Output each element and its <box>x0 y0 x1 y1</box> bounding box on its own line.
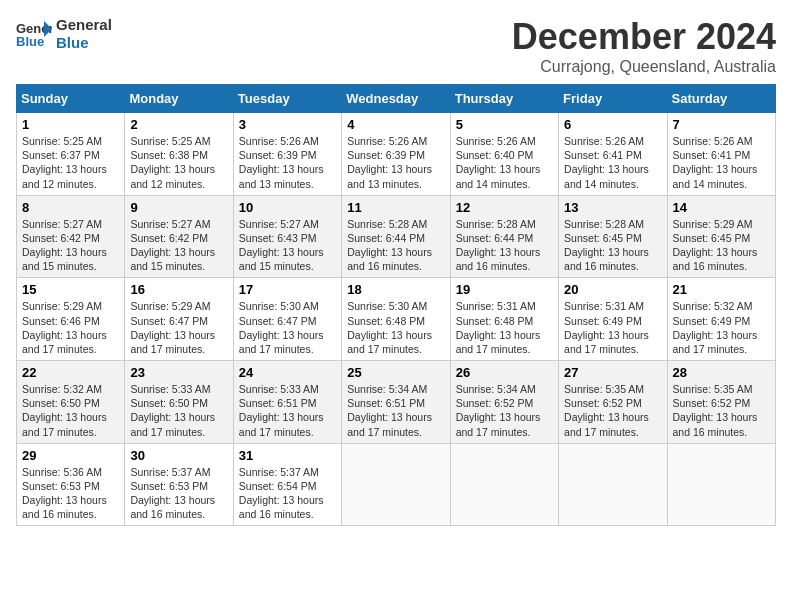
day-detail: Sunrise: 5:26 AMSunset: 6:39 PMDaylight:… <box>347 135 432 190</box>
day-cell: 3 Sunrise: 5:26 AMSunset: 6:39 PMDayligh… <box>233 113 341 196</box>
day-cell: 13 Sunrise: 5:28 AMSunset: 6:45 PMDaylig… <box>559 195 667 278</box>
day-cell: 28 Sunrise: 5:35 AMSunset: 6:52 PMDaylig… <box>667 361 775 444</box>
day-number: 12 <box>456 200 553 215</box>
day-number: 18 <box>347 282 444 297</box>
day-number: 29 <box>22 448 119 463</box>
day-cell <box>342 443 450 526</box>
week-row-4: 22 Sunrise: 5:32 AMSunset: 6:50 PMDaylig… <box>17 361 776 444</box>
day-number: 5 <box>456 117 553 132</box>
day-detail: Sunrise: 5:26 AMSunset: 6:39 PMDaylight:… <box>239 135 324 190</box>
day-detail: Sunrise: 5:28 AMSunset: 6:44 PMDaylight:… <box>347 218 432 273</box>
day-cell: 12 Sunrise: 5:28 AMSunset: 6:44 PMDaylig… <box>450 195 558 278</box>
day-detail: Sunrise: 5:30 AMSunset: 6:47 PMDaylight:… <box>239 300 324 355</box>
day-cell: 7 Sunrise: 5:26 AMSunset: 6:41 PMDayligh… <box>667 113 775 196</box>
day-cell: 19 Sunrise: 5:31 AMSunset: 6:48 PMDaylig… <box>450 278 558 361</box>
day-detail: Sunrise: 5:28 AMSunset: 6:45 PMDaylight:… <box>564 218 649 273</box>
day-number: 30 <box>130 448 227 463</box>
day-number: 14 <box>673 200 770 215</box>
day-number: 3 <box>239 117 336 132</box>
week-row-5: 29 Sunrise: 5:36 AMSunset: 6:53 PMDaylig… <box>17 443 776 526</box>
day-cell: 4 Sunrise: 5:26 AMSunset: 6:39 PMDayligh… <box>342 113 450 196</box>
day-number: 8 <box>22 200 119 215</box>
day-number: 22 <box>22 365 119 380</box>
title-area: December 2024 Currajong, Queensland, Aus… <box>512 16 776 76</box>
day-detail: Sunrise: 5:36 AMSunset: 6:53 PMDaylight:… <box>22 466 107 521</box>
day-detail: Sunrise: 5:29 AMSunset: 6:46 PMDaylight:… <box>22 300 107 355</box>
col-header-sunday: Sunday <box>17 85 125 113</box>
day-cell: 29 Sunrise: 5:36 AMSunset: 6:53 PMDaylig… <box>17 443 125 526</box>
day-cell: 10 Sunrise: 5:27 AMSunset: 6:43 PMDaylig… <box>233 195 341 278</box>
day-cell: 22 Sunrise: 5:32 AMSunset: 6:50 PMDaylig… <box>17 361 125 444</box>
day-detail: Sunrise: 5:26 AMSunset: 6:41 PMDaylight:… <box>673 135 758 190</box>
day-cell: 1 Sunrise: 5:25 AMSunset: 6:37 PMDayligh… <box>17 113 125 196</box>
day-detail: Sunrise: 5:32 AMSunset: 6:50 PMDaylight:… <box>22 383 107 438</box>
logo-line2: Blue <box>56 34 112 52</box>
day-cell: 23 Sunrise: 5:33 AMSunset: 6:50 PMDaylig… <box>125 361 233 444</box>
day-number: 15 <box>22 282 119 297</box>
col-header-tuesday: Tuesday <box>233 85 341 113</box>
day-number: 28 <box>673 365 770 380</box>
day-detail: Sunrise: 5:28 AMSunset: 6:44 PMDaylight:… <box>456 218 541 273</box>
week-row-3: 15 Sunrise: 5:29 AMSunset: 6:46 PMDaylig… <box>17 278 776 361</box>
day-cell: 2 Sunrise: 5:25 AMSunset: 6:38 PMDayligh… <box>125 113 233 196</box>
day-detail: Sunrise: 5:29 AMSunset: 6:47 PMDaylight:… <box>130 300 215 355</box>
col-header-monday: Monday <box>125 85 233 113</box>
day-cell: 16 Sunrise: 5:29 AMSunset: 6:47 PMDaylig… <box>125 278 233 361</box>
day-number: 24 <box>239 365 336 380</box>
day-detail: Sunrise: 5:34 AMSunset: 6:51 PMDaylight:… <box>347 383 432 438</box>
calendar: SundayMondayTuesdayWednesdayThursdayFrid… <box>16 84 776 526</box>
day-number: 11 <box>347 200 444 215</box>
day-cell: 26 Sunrise: 5:34 AMSunset: 6:52 PMDaylig… <box>450 361 558 444</box>
header-row: SundayMondayTuesdayWednesdayThursdayFrid… <box>17 85 776 113</box>
svg-text:Blue: Blue <box>16 34 44 49</box>
day-cell: 18 Sunrise: 5:30 AMSunset: 6:48 PMDaylig… <box>342 278 450 361</box>
day-detail: Sunrise: 5:27 AMSunset: 6:42 PMDaylight:… <box>22 218 107 273</box>
week-row-1: 1 Sunrise: 5:25 AMSunset: 6:37 PMDayligh… <box>17 113 776 196</box>
col-header-wednesday: Wednesday <box>342 85 450 113</box>
day-cell <box>667 443 775 526</box>
subtitle: Currajong, Queensland, Australia <box>512 58 776 76</box>
day-cell: 6 Sunrise: 5:26 AMSunset: 6:41 PMDayligh… <box>559 113 667 196</box>
logo-icon: General Blue <box>16 19 52 49</box>
day-cell: 15 Sunrise: 5:29 AMSunset: 6:46 PMDaylig… <box>17 278 125 361</box>
day-detail: Sunrise: 5:31 AMSunset: 6:48 PMDaylight:… <box>456 300 541 355</box>
day-number: 17 <box>239 282 336 297</box>
day-cell: 25 Sunrise: 5:34 AMSunset: 6:51 PMDaylig… <box>342 361 450 444</box>
day-number: 19 <box>456 282 553 297</box>
day-number: 23 <box>130 365 227 380</box>
day-cell: 8 Sunrise: 5:27 AMSunset: 6:42 PMDayligh… <box>17 195 125 278</box>
day-detail: Sunrise: 5:31 AMSunset: 6:49 PMDaylight:… <box>564 300 649 355</box>
day-number: 31 <box>239 448 336 463</box>
month-title: December 2024 <box>512 16 776 58</box>
week-row-2: 8 Sunrise: 5:27 AMSunset: 6:42 PMDayligh… <box>17 195 776 278</box>
day-cell: 20 Sunrise: 5:31 AMSunset: 6:49 PMDaylig… <box>559 278 667 361</box>
day-detail: Sunrise: 5:33 AMSunset: 6:51 PMDaylight:… <box>239 383 324 438</box>
day-detail: Sunrise: 5:35 AMSunset: 6:52 PMDaylight:… <box>564 383 649 438</box>
day-cell: 31 Sunrise: 5:37 AMSunset: 6:54 PMDaylig… <box>233 443 341 526</box>
logo-line1: General <box>56 16 112 34</box>
day-number: 27 <box>564 365 661 380</box>
day-cell: 11 Sunrise: 5:28 AMSunset: 6:44 PMDaylig… <box>342 195 450 278</box>
day-detail: Sunrise: 5:27 AMSunset: 6:42 PMDaylight:… <box>130 218 215 273</box>
day-number: 10 <box>239 200 336 215</box>
header: General Blue General Blue December 2024 … <box>16 16 776 76</box>
day-cell: 30 Sunrise: 5:37 AMSunset: 6:53 PMDaylig… <box>125 443 233 526</box>
day-number: 16 <box>130 282 227 297</box>
day-detail: Sunrise: 5:25 AMSunset: 6:37 PMDaylight:… <box>22 135 107 190</box>
day-cell: 5 Sunrise: 5:26 AMSunset: 6:40 PMDayligh… <box>450 113 558 196</box>
day-detail: Sunrise: 5:37 AMSunset: 6:54 PMDaylight:… <box>239 466 324 521</box>
day-cell: 21 Sunrise: 5:32 AMSunset: 6:49 PMDaylig… <box>667 278 775 361</box>
day-cell <box>559 443 667 526</box>
day-cell: 9 Sunrise: 5:27 AMSunset: 6:42 PMDayligh… <box>125 195 233 278</box>
day-number: 21 <box>673 282 770 297</box>
col-header-friday: Friday <box>559 85 667 113</box>
day-cell: 27 Sunrise: 5:35 AMSunset: 6:52 PMDaylig… <box>559 361 667 444</box>
day-number: 2 <box>130 117 227 132</box>
day-detail: Sunrise: 5:34 AMSunset: 6:52 PMDaylight:… <box>456 383 541 438</box>
day-number: 9 <box>130 200 227 215</box>
day-detail: Sunrise: 5:35 AMSunset: 6:52 PMDaylight:… <box>673 383 758 438</box>
day-cell: 24 Sunrise: 5:33 AMSunset: 6:51 PMDaylig… <box>233 361 341 444</box>
day-cell: 17 Sunrise: 5:30 AMSunset: 6:47 PMDaylig… <box>233 278 341 361</box>
day-number: 20 <box>564 282 661 297</box>
day-detail: Sunrise: 5:30 AMSunset: 6:48 PMDaylight:… <box>347 300 432 355</box>
